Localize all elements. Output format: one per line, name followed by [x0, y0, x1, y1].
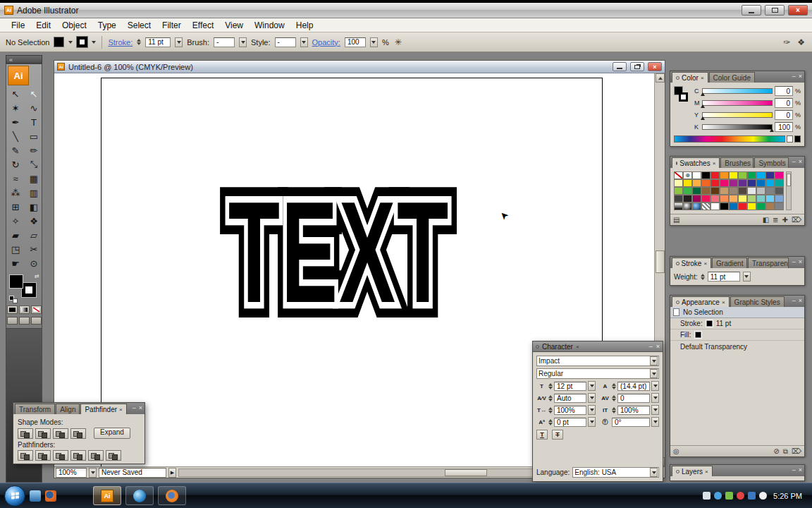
menu-help[interactable]: Help: [290, 20, 319, 30]
tray-program-icon[interactable]: [703, 492, 710, 500]
tool-mesh[interactable]: ⊞: [6, 200, 25, 214]
swatch[interactable]: [729, 187, 738, 195]
swatch[interactable]: [729, 195, 738, 202]
tab-transform[interactable]: Transform: [15, 404, 55, 414]
font-style-dropdown-icon[interactable]: [650, 369, 658, 378]
swatch[interactable]: [765, 202, 775, 210]
swatch[interactable]: [747, 187, 756, 195]
panel-close-icon[interactable]: ×: [139, 405, 142, 411]
zoom-field[interactable]: 100%: [56, 468, 87, 478]
kerning-stepper[interactable]: [548, 395, 553, 401]
scroll-up-button[interactable]: [656, 73, 665, 83]
menu-type[interactable]: Type: [92, 20, 122, 30]
tab-transparency[interactable]: Transparency: [748, 258, 789, 268]
swap-fill-stroke-icon[interactable]: ⇄: [35, 273, 39, 279]
font-size-dropdown-icon[interactable]: [588, 381, 596, 391]
swatch[interactable]: [683, 179, 692, 187]
tool-pencil[interactable]: ✏: [25, 143, 43, 157]
tray-update-icon[interactable]: [725, 492, 733, 500]
panel-collapse-icon[interactable]: ‒: [133, 405, 136, 411]
tool-paintbrush[interactable]: ✎: [6, 143, 25, 157]
menu-view[interactable]: View: [219, 20, 249, 30]
swatch[interactable]: ⊕: [683, 171, 692, 179]
panel-close-icon[interactable]: ×: [799, 259, 802, 265]
color-mode-button[interactable]: [7, 306, 18, 314]
baseline-shift-field[interactable]: Aª 0 pt: [536, 417, 596, 427]
tool-magic-wand[interactable]: ✶: [6, 101, 25, 115]
strikethrough-button[interactable]: T: [552, 430, 563, 440]
black-swatch[interactable]: [794, 135, 801, 143]
tab-close-icon[interactable]: ×: [576, 344, 579, 350]
tab-appearance[interactable]: Appearance ×: [672, 296, 730, 307]
vertical-scale-dropdown-icon[interactable]: [651, 405, 659, 415]
color-stroke-icon[interactable]: [679, 92, 688, 102]
normal-screen-mode-button[interactable]: [7, 317, 18, 325]
tool-hand[interactable]: ☛: [6, 256, 25, 270]
stroke-link[interactable]: Stroke:: [108, 38, 133, 47]
language-dropdown-icon[interactable]: [650, 468, 658, 477]
tool-blend[interactable]: ❖: [25, 214, 43, 228]
swatch[interactable]: [692, 187, 701, 195]
shape-mode-intersect-icon[interactable]: [53, 428, 68, 439]
appearance-selection-row[interactable]: No Selection: [670, 307, 804, 318]
tab-stroke[interactable]: Stroke ×: [672, 258, 711, 268]
swatch[interactable]: [720, 187, 729, 195]
stroke-weight-dropdown-icon[interactable]: [175, 37, 183, 47]
tray-network-icon[interactable]: [714, 492, 722, 500]
swatch[interactable]: [729, 179, 738, 187]
tab-close-icon[interactable]: ×: [703, 260, 707, 267]
swatch[interactable]: [756, 171, 765, 179]
panel-collapse-icon[interactable]: ‒: [792, 159, 796, 165]
horizontal-scroll-thumb[interactable]: [445, 469, 487, 476]
swatch[interactable]: [775, 179, 784, 187]
swatch[interactable]: [674, 171, 683, 179]
taskbar-illustrator-button[interactable]: Ai: [93, 486, 121, 505]
weight-dropdown-icon[interactable]: [743, 272, 751, 282]
character-panel-titlebar[interactable]: Character × ‒ ×: [533, 341, 663, 352]
tool-symbol-sprayer[interactable]: ⁂: [6, 186, 25, 200]
none-mode-button[interactable]: [31, 306, 42, 314]
tool-scale[interactable]: ⤡: [25, 157, 43, 171]
swatch[interactable]: [683, 187, 692, 195]
pathfinder-outline-icon[interactable]: [88, 450, 104, 461]
menu-select[interactable]: Select: [122, 20, 156, 30]
swatch[interactable]: [692, 202, 701, 210]
tool-eyedropper[interactable]: ✧: [6, 214, 25, 228]
swatch[interactable]: [674, 195, 683, 202]
swatch-scrollbar[interactable]: [786, 171, 792, 210]
swatch[interactable]: [756, 202, 765, 210]
swatch[interactable]: [747, 171, 756, 179]
swatch[interactable]: [765, 179, 775, 187]
baseline-shift-stepper[interactable]: [548, 419, 553, 425]
weight-field[interactable]: 11 pt: [708, 272, 740, 282]
style-options-icon[interactable]: ✑: [782, 37, 792, 47]
tab-color[interactable]: Color ×: [672, 72, 708, 83]
vertical-scale-stepper[interactable]: [612, 407, 616, 413]
swatch[interactable]: [765, 171, 775, 179]
fill-indicator[interactable]: [9, 274, 23, 289]
appearance-fill-row[interactable]: Fill:: [670, 329, 804, 341]
swatch[interactable]: [710, 171, 720, 179]
quick-launch-browser-icon[interactable]: [45, 490, 56, 502]
swatch[interactable]: [729, 171, 738, 179]
swatch[interactable]: [674, 202, 683, 210]
swatch-options-icon[interactable]: ≣: [773, 216, 778, 224]
pathfinder-divide-icon[interactable]: [18, 450, 33, 461]
tab-layers[interactable]: Layers ×: [672, 466, 713, 476]
panel-collapse-icon[interactable]: ‒: [649, 343, 653, 350]
doc-restore-button[interactable]: [630, 62, 644, 71]
weight-stepper[interactable]: [701, 274, 705, 280]
swatch[interactable]: [775, 202, 784, 210]
tool-warp[interactable]: ≈: [6, 171, 25, 186]
delete-item-icon[interactable]: ⌦: [792, 447, 801, 455]
menu-file[interactable]: File: [6, 20, 30, 30]
close-button[interactable]: ×: [788, 5, 808, 16]
tab-close-icon[interactable]: ×: [701, 75, 704, 81]
shape-mode-subtract-icon[interactable]: [35, 428, 51, 439]
tracking-stepper[interactable]: [612, 395, 616, 401]
swatch[interactable]: [720, 202, 729, 210]
artwork-text[interactable]: TEXT TEXT TEXT: [228, 180, 450, 324]
maximize-button[interactable]: [765, 5, 785, 16]
swatch[interactable]: [710, 202, 720, 210]
panel-close-icon[interactable]: ×: [799, 467, 802, 473]
